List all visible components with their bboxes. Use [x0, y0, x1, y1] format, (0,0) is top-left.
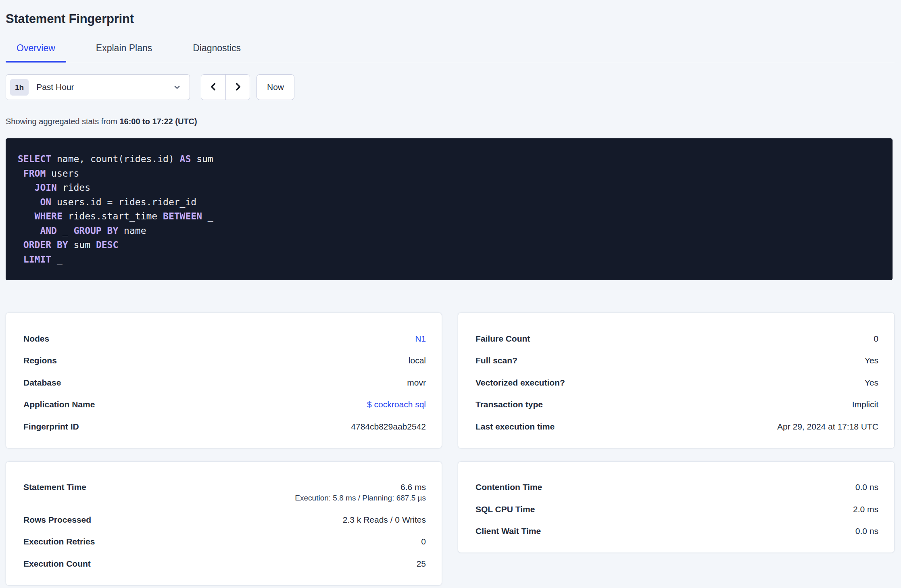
row-label: Failure Count [476, 333, 530, 344]
info-row: Transaction type Implicit [476, 394, 878, 416]
tab-diagnostics[interactable]: Diagnostics [182, 43, 252, 62]
tab-label: Diagnostics [193, 43, 241, 53]
tab-overview[interactable]: Overview [6, 43, 66, 62]
row-label: Regions [23, 355, 57, 366]
wait-times-card: Contention Time 0.0 ns SQL CPU Time 2.0 … [458, 461, 895, 553]
info-row: Application Name $ cockroach sql [23, 394, 426, 416]
info-row: Vectorized execution? Yes [476, 371, 878, 394]
aggregated-stats-line: Showing aggregated stats from 16:00 to 1… [6, 117, 895, 126]
row-value: local [409, 355, 426, 366]
sql-line: ORDER BY sum DESC [18, 238, 880, 252]
sql-line: SELECT name, count(rides.id) AS sum [18, 152, 880, 167]
row-value: Apr 29, 2024 at 17:18 UTC [777, 421, 878, 432]
sql-line: LIMIT _ [18, 252, 880, 267]
tab-explain-plans[interactable]: Explain Plans [85, 43, 163, 62]
info-row: Client Wait Time 0.0 ns [476, 520, 878, 542]
row-value: 0.0 ns [855, 525, 878, 537]
now-button[interactable]: Now [257, 74, 294, 100]
row-label: Vectorized execution? [476, 377, 565, 388]
sql-line: ON users.id = rides.rider_id [18, 195, 880, 210]
info-row: Rows Processed 2.3 k Reads / 0 Writes [23, 509, 426, 531]
time-nav-group [201, 74, 250, 100]
info-row: Fingerprint ID 4784cb829aab2542 [23, 415, 426, 438]
row-value: 25 [417, 558, 426, 569]
sql-statement: SELECT name, count(rides.id) AS sum FROM… [18, 152, 880, 267]
execution-attributes-card: Failure Count 0 Full scan? Yes Vectorize… [458, 313, 895, 448]
row-value: 2.0 ms [853, 504, 878, 515]
chevron-down-icon [173, 83, 181, 92]
row-value: 0.0 ns [855, 482, 878, 493]
sql-line: FROM users [18, 167, 880, 181]
tab-label: Overview [17, 43, 55, 53]
tab-label: Explain Plans [96, 43, 152, 53]
row-label: SQL CPU Time [476, 504, 535, 515]
prev-interval-button[interactable] [201, 75, 225, 100]
row-label: Contention Time [476, 482, 542, 493]
statement-details-card: Nodes N1 Regions local Database movr App… [6, 313, 442, 448]
time-interval-badge: 1h [10, 79, 29, 96]
row-label: Nodes [23, 333, 49, 344]
sql-line: AND _ GROUP BY name [18, 224, 880, 238]
row-value: 6.6 ms [400, 482, 426, 493]
row-label: Transaction type [476, 399, 543, 410]
info-row: Statement Time 6.6 ms Execution: 5.8 ms … [23, 476, 426, 509]
row-value: Yes [865, 377, 878, 388]
info-row: Contention Time 0.0 ns [476, 476, 878, 498]
sql-line: WHERE rides.start_time BETWEEN _ [18, 209, 880, 224]
row-label: Execution Count [23, 558, 91, 569]
tab-bar: Overview Explain Plans Diagnostics [6, 43, 895, 62]
info-row: Full scan? Yes [476, 350, 878, 372]
chevron-right-icon [233, 81, 243, 93]
row-label: Execution Retries [23, 536, 95, 547]
info-row: Nodes N1 [23, 327, 426, 350]
info-row: Execution Retries 0 [23, 531, 426, 553]
time-interval-label: Past Hour [36, 82, 173, 92]
info-row: SQL CPU Time 2.0 ms [476, 498, 878, 520]
row-value: Yes [865, 355, 878, 366]
stats-line-range: 16:00 to 17:22 (UTC) [119, 117, 197, 126]
timing-stats-card: Statement Time 6.6 ms Execution: 5.8 ms … [6, 461, 442, 586]
summary-cards-grid: Nodes N1 Regions local Database movr App… [6, 313, 895, 586]
page-title: Statement Fingerprint [6, 11, 895, 27]
info-row: Last execution time Apr 29, 2024 at 17:1… [476, 415, 878, 438]
row-label: Fingerprint ID [23, 421, 79, 432]
row-label: Rows Processed [23, 514, 91, 525]
time-interval-dropdown[interactable]: 1h Past Hour [6, 74, 190, 100]
row-value: 2.3 k Reads / 0 Writes [343, 514, 426, 525]
stats-line-prefix: Showing aggregated stats from [6, 117, 119, 126]
statement-fingerprint-page: Statement Fingerprint Overview Explain P… [0, 0, 901, 586]
sql-statement-box: SELECT name, count(rides.id) AS sum FROM… [6, 138, 893, 280]
row-subvalue: Execution: 5.8 ms / Planning: 687.5 µs [295, 493, 426, 503]
row-value: 0 [874, 333, 878, 344]
row-label: Database [23, 377, 61, 388]
info-row: Failure Count 0 [476, 327, 878, 350]
info-row: Database movr [23, 371, 426, 394]
next-interval-button[interactable] [225, 75, 250, 100]
row-value: movr [407, 377, 426, 388]
row-label: Full scan? [476, 355, 517, 366]
row-value: Implicit [852, 399, 878, 410]
row-label: Last execution time [476, 421, 555, 432]
info-row: Execution Count 25 [23, 553, 426, 575]
sql-line: JOIN rides [18, 181, 880, 195]
chevron-left-icon [208, 81, 219, 93]
row-label: Client Wait Time [476, 525, 541, 537]
info-row: Regions local [23, 350, 426, 372]
row-value-link[interactable]: $ cockroach sql [367, 399, 426, 410]
row-value-link[interactable]: N1 [415, 333, 426, 344]
time-toolbar: 1h Past Hour Now [6, 74, 895, 100]
row-label: Statement Time [23, 482, 86, 493]
row-label: Application Name [23, 399, 95, 410]
row-value: 4784cb829aab2542 [351, 421, 426, 432]
row-value: 0 [421, 536, 426, 547]
